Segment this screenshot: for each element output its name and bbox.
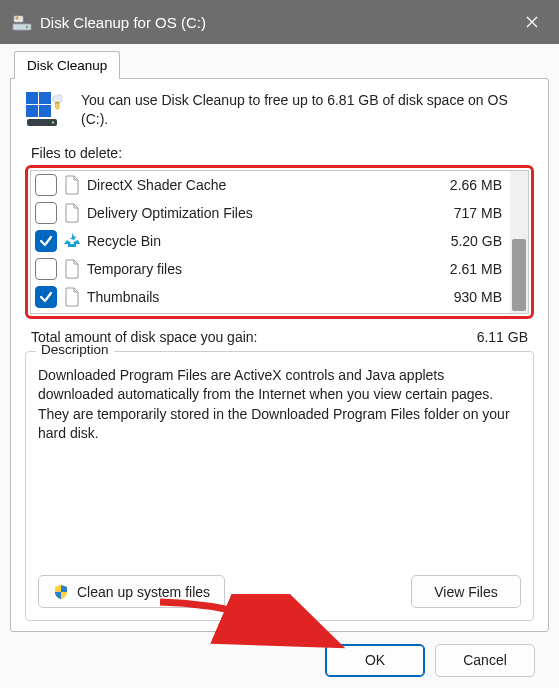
tab-disk-cleanup[interactable]: Disk Cleanup <box>14 51 120 79</box>
intro-row: You can use Disk Cleanup to free up to 6… <box>25 91 534 129</box>
ok-button[interactable]: OK <box>325 644 425 677</box>
svg-rect-6 <box>39 105 51 117</box>
shield-icon <box>53 584 69 600</box>
view-files-button[interactable]: View Files <box>411 575 521 608</box>
view-files-label: View Files <box>434 584 498 600</box>
file-icon <box>63 286 81 308</box>
file-icon <box>63 174 81 196</box>
checkbox[interactable] <box>35 258 57 280</box>
file-row[interactable]: DirectX Shader Cache2.66 MB <box>31 171 510 199</box>
file-size: 2.66 MB <box>432 177 504 193</box>
description-heading: Description <box>36 342 114 357</box>
file-label: Temporary files <box>87 261 426 277</box>
cancel-label: Cancel <box>463 652 507 668</box>
drive-cleanup-icon <box>12 12 32 32</box>
file-row[interactable]: Delivery Optimization Files717 MB <box>31 199 510 227</box>
file-label: Thumbnails <box>87 289 426 305</box>
disk-cleanup-illustration-icon <box>25 91 67 129</box>
description-group: Description Downloaded Program Files are… <box>25 351 534 621</box>
file-size: 717 MB <box>432 205 504 221</box>
titlebar: Disk Cleanup for OS (C:) <box>0 0 559 44</box>
checkbox[interactable] <box>35 202 57 224</box>
svg-rect-2 <box>14 16 23 22</box>
close-button[interactable] <box>509 0 555 44</box>
file-label: Recycle Bin <box>87 233 426 249</box>
svg-rect-10 <box>55 102 60 104</box>
total-value: 6.11 GB <box>477 329 528 345</box>
file-icon <box>63 258 81 280</box>
window-title: Disk Cleanup for OS (C:) <box>40 14 206 31</box>
description-text: Downloaded Program Files are ActiveX con… <box>38 366 521 443</box>
file-list: DirectX Shader Cache2.66 MBDelivery Opti… <box>30 170 529 314</box>
file-size: 930 MB <box>432 289 504 305</box>
svg-rect-4 <box>39 92 51 104</box>
svg-rect-3 <box>26 92 38 104</box>
file-row[interactable]: Recycle Bin5.20 GB <box>31 227 510 255</box>
footer: OK Cancel <box>10 632 549 688</box>
svg-rect-5 <box>26 105 38 117</box>
file-label: Delivery Optimization Files <box>87 205 426 221</box>
clean-system-files-label: Clean up system files <box>77 584 210 600</box>
svg-rect-0 <box>13 24 31 30</box>
clean-system-files-button[interactable]: Clean up system files <box>38 575 225 608</box>
file-label: DirectX Shader Cache <box>87 177 426 193</box>
ok-label: OK <box>365 652 385 668</box>
tab-body: You can use Disk Cleanup to free up to 6… <box>10 78 549 632</box>
svg-rect-11 <box>68 244 76 247</box>
files-to-delete-label: Files to delete: <box>31 145 534 161</box>
svg-point-8 <box>52 121 54 123</box>
recycle-bin-icon <box>63 230 81 252</box>
file-size: 2.61 MB <box>432 261 504 277</box>
intro-text: You can use Disk Cleanup to free up to 6… <box>81 91 534 129</box>
checkbox[interactable] <box>35 174 57 196</box>
cancel-button[interactable]: Cancel <box>435 644 535 677</box>
file-icon <box>63 202 81 224</box>
scrollbar[interactable] <box>510 171 528 313</box>
checkbox[interactable] <box>35 230 57 252</box>
close-icon <box>526 16 538 28</box>
file-row[interactable]: Temporary files2.61 MB <box>31 255 510 283</box>
file-row[interactable]: Thumbnails930 MB <box>31 283 510 311</box>
file-list-highlight: DirectX Shader Cache2.66 MBDelivery Opti… <box>25 165 534 319</box>
svg-point-1 <box>26 26 28 28</box>
scrollbar-thumb[interactable] <box>512 239 526 311</box>
tab-strip: Disk Cleanup <box>10 50 549 78</box>
checkbox[interactable] <box>35 286 57 308</box>
file-size: 5.20 GB <box>432 233 504 249</box>
